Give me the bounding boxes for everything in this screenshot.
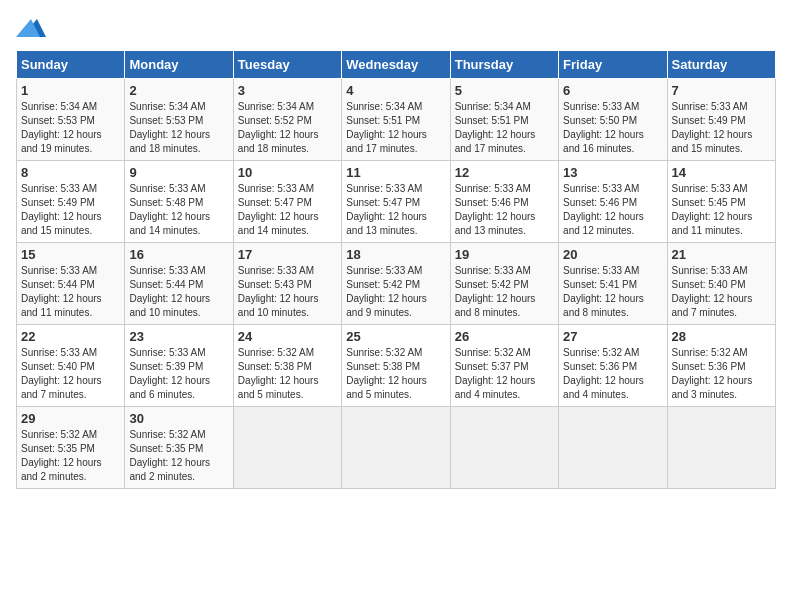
day-number: 18 [346,247,445,262]
day-number: 25 [346,329,445,344]
day-number: 15 [21,247,120,262]
day-number: 30 [129,411,228,426]
day-info: Sunrise: 5:34 AMSunset: 5:53 PMDaylight:… [21,100,120,156]
day-number: 23 [129,329,228,344]
weekday-header-saturday: Saturday [667,51,775,79]
day-number: 17 [238,247,337,262]
day-info: Sunrise: 5:33 AMSunset: 5:47 PMDaylight:… [346,182,445,238]
day-info: Sunrise: 5:32 AMSunset: 5:35 PMDaylight:… [129,428,228,484]
weekday-header-monday: Monday [125,51,233,79]
calendar-cell [450,407,558,489]
day-number: 14 [672,165,771,180]
header [16,16,776,40]
day-info: Sunrise: 5:33 AMSunset: 5:47 PMDaylight:… [238,182,337,238]
day-info: Sunrise: 5:34 AMSunset: 5:51 PMDaylight:… [346,100,445,156]
day-info: Sunrise: 5:33 AMSunset: 5:43 PMDaylight:… [238,264,337,320]
logo [16,16,50,40]
calendar-cell: 10 Sunrise: 5:33 AMSunset: 5:47 PMDaylig… [233,161,341,243]
day-number: 24 [238,329,337,344]
calendar-cell: 4 Sunrise: 5:34 AMSunset: 5:51 PMDayligh… [342,79,450,161]
week-row-5: 29 Sunrise: 5:32 AMSunset: 5:35 PMDaylig… [17,407,776,489]
day-info: Sunrise: 5:33 AMSunset: 5:44 PMDaylight:… [129,264,228,320]
day-number: 16 [129,247,228,262]
calendar-cell [233,407,341,489]
calendar-cell: 7 Sunrise: 5:33 AMSunset: 5:49 PMDayligh… [667,79,775,161]
day-info: Sunrise: 5:33 AMSunset: 5:48 PMDaylight:… [129,182,228,238]
calendar-cell [559,407,667,489]
calendar-cell: 26 Sunrise: 5:32 AMSunset: 5:37 PMDaylig… [450,325,558,407]
calendar-cell: 29 Sunrise: 5:32 AMSunset: 5:35 PMDaylig… [17,407,125,489]
day-info: Sunrise: 5:32 AMSunset: 5:38 PMDaylight:… [238,346,337,402]
calendar-cell: 15 Sunrise: 5:33 AMSunset: 5:44 PMDaylig… [17,243,125,325]
weekday-header-sunday: Sunday [17,51,125,79]
day-number: 29 [21,411,120,426]
calendar-cell: 17 Sunrise: 5:33 AMSunset: 5:43 PMDaylig… [233,243,341,325]
weekday-header-friday: Friday [559,51,667,79]
calendar-cell: 20 Sunrise: 5:33 AMSunset: 5:41 PMDaylig… [559,243,667,325]
calendar-cell: 18 Sunrise: 5:33 AMSunset: 5:42 PMDaylig… [342,243,450,325]
week-row-1: 1 Sunrise: 5:34 AMSunset: 5:53 PMDayligh… [17,79,776,161]
day-number: 27 [563,329,662,344]
day-number: 11 [346,165,445,180]
day-info: Sunrise: 5:33 AMSunset: 5:46 PMDaylight:… [455,182,554,238]
calendar-cell: 23 Sunrise: 5:33 AMSunset: 5:39 PMDaylig… [125,325,233,407]
day-number: 8 [21,165,120,180]
day-number: 1 [21,83,120,98]
day-info: Sunrise: 5:32 AMSunset: 5:36 PMDaylight:… [672,346,771,402]
day-info: Sunrise: 5:33 AMSunset: 5:49 PMDaylight:… [21,182,120,238]
week-row-4: 22 Sunrise: 5:33 AMSunset: 5:40 PMDaylig… [17,325,776,407]
calendar-cell: 5 Sunrise: 5:34 AMSunset: 5:51 PMDayligh… [450,79,558,161]
weekday-header-row: SundayMondayTuesdayWednesdayThursdayFrid… [17,51,776,79]
weekday-header-thursday: Thursday [450,51,558,79]
calendar-cell [667,407,775,489]
day-info: Sunrise: 5:33 AMSunset: 5:45 PMDaylight:… [672,182,771,238]
calendar-table: SundayMondayTuesdayWednesdayThursdayFrid… [16,50,776,489]
day-number: 19 [455,247,554,262]
calendar-cell: 12 Sunrise: 5:33 AMSunset: 5:46 PMDaylig… [450,161,558,243]
day-info: Sunrise: 5:33 AMSunset: 5:40 PMDaylight:… [672,264,771,320]
day-number: 5 [455,83,554,98]
week-row-2: 8 Sunrise: 5:33 AMSunset: 5:49 PMDayligh… [17,161,776,243]
calendar-cell: 13 Sunrise: 5:33 AMSunset: 5:46 PMDaylig… [559,161,667,243]
calendar-cell: 16 Sunrise: 5:33 AMSunset: 5:44 PMDaylig… [125,243,233,325]
calendar-cell: 27 Sunrise: 5:32 AMSunset: 5:36 PMDaylig… [559,325,667,407]
day-number: 12 [455,165,554,180]
day-info: Sunrise: 5:33 AMSunset: 5:49 PMDaylight:… [672,100,771,156]
calendar-cell: 8 Sunrise: 5:33 AMSunset: 5:49 PMDayligh… [17,161,125,243]
day-number: 7 [672,83,771,98]
day-info: Sunrise: 5:33 AMSunset: 5:42 PMDaylight:… [455,264,554,320]
day-info: Sunrise: 5:32 AMSunset: 5:38 PMDaylight:… [346,346,445,402]
day-number: 28 [672,329,771,344]
logo-icon [16,16,46,40]
day-number: 6 [563,83,662,98]
calendar-cell: 2 Sunrise: 5:34 AMSunset: 5:53 PMDayligh… [125,79,233,161]
weekday-header-wednesday: Wednesday [342,51,450,79]
day-info: Sunrise: 5:33 AMSunset: 5:39 PMDaylight:… [129,346,228,402]
calendar-cell: 14 Sunrise: 5:33 AMSunset: 5:45 PMDaylig… [667,161,775,243]
calendar-cell: 22 Sunrise: 5:33 AMSunset: 5:40 PMDaylig… [17,325,125,407]
calendar-cell [342,407,450,489]
day-number: 13 [563,165,662,180]
day-info: Sunrise: 5:34 AMSunset: 5:51 PMDaylight:… [455,100,554,156]
calendar-cell: 30 Sunrise: 5:32 AMSunset: 5:35 PMDaylig… [125,407,233,489]
day-info: Sunrise: 5:32 AMSunset: 5:36 PMDaylight:… [563,346,662,402]
day-number: 10 [238,165,337,180]
day-number: 22 [21,329,120,344]
day-info: Sunrise: 5:33 AMSunset: 5:46 PMDaylight:… [563,182,662,238]
calendar-cell: 11 Sunrise: 5:33 AMSunset: 5:47 PMDaylig… [342,161,450,243]
day-info: Sunrise: 5:32 AMSunset: 5:35 PMDaylight:… [21,428,120,484]
day-info: Sunrise: 5:32 AMSunset: 5:37 PMDaylight:… [455,346,554,402]
calendar-cell: 21 Sunrise: 5:33 AMSunset: 5:40 PMDaylig… [667,243,775,325]
calendar-cell: 3 Sunrise: 5:34 AMSunset: 5:52 PMDayligh… [233,79,341,161]
day-info: Sunrise: 5:33 AMSunset: 5:41 PMDaylight:… [563,264,662,320]
day-number: 3 [238,83,337,98]
day-info: Sunrise: 5:33 AMSunset: 5:44 PMDaylight:… [21,264,120,320]
day-info: Sunrise: 5:34 AMSunset: 5:53 PMDaylight:… [129,100,228,156]
day-info: Sunrise: 5:34 AMSunset: 5:52 PMDaylight:… [238,100,337,156]
weekday-header-tuesday: Tuesday [233,51,341,79]
day-number: 9 [129,165,228,180]
calendar-cell: 6 Sunrise: 5:33 AMSunset: 5:50 PMDayligh… [559,79,667,161]
day-number: 26 [455,329,554,344]
calendar-cell: 1 Sunrise: 5:34 AMSunset: 5:53 PMDayligh… [17,79,125,161]
calendar-cell: 9 Sunrise: 5:33 AMSunset: 5:48 PMDayligh… [125,161,233,243]
